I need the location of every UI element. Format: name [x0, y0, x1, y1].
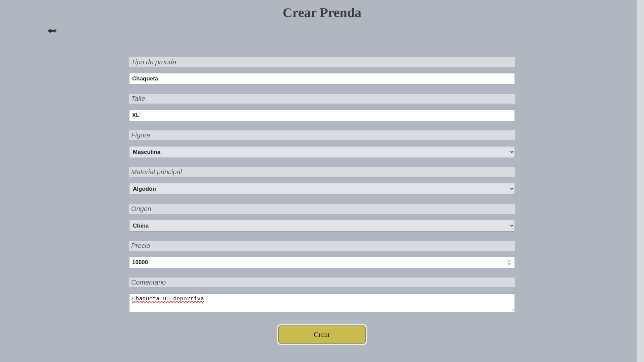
select-figura[interactable]: Masculina — [129, 146, 515, 158]
field-comentario: Comentario — [129, 278, 515, 312]
field-material: Material principal Algodón — [129, 167, 515, 195]
field-origen: Origen China — [129, 204, 515, 232]
label-tipo-prenda: Tipo de prenda — [129, 57, 515, 67]
label-talle: Talle — [129, 94, 515, 104]
input-tipo-prenda[interactable] — [129, 73, 515, 84]
page-title: Crear Prenda — [0, 0, 644, 20]
field-figura: Figura Masculina — [129, 130, 515, 158]
input-talle[interactable] — [129, 110, 515, 121]
svg-rect-1 — [55, 29, 56, 32]
textarea-comentario[interactable] — [129, 293, 515, 312]
select-origen[interactable]: China — [129, 220, 515, 232]
label-origen: Origen — [129, 204, 515, 214]
actions-row: Crear — [129, 325, 515, 344]
scrollbar-vertical[interactable] — [637, 0, 644, 362]
create-button[interactable]: Crear — [278, 325, 366, 344]
label-comentario: Comentario — [129, 278, 515, 287]
label-precio: Precio — [129, 241, 515, 251]
label-figura: Figura — [129, 130, 515, 140]
svg-rect-0 — [55, 29, 56, 32]
label-material: Material principal — [129, 167, 515, 177]
field-talle: Talle — [129, 94, 515, 121]
hand-point-left-icon[interactable] — [47, 27, 57, 35]
input-precio[interactable] — [129, 257, 515, 268]
create-garment-form: Tipo de prenda Talle Figura Masculina Ma… — [129, 57, 515, 312]
field-tipo-prenda: Tipo de prenda — [129, 57, 515, 84]
select-material[interactable]: Algodón — [129, 183, 515, 195]
field-precio: Precio — [129, 241, 515, 268]
page-root: Crear Prenda Tipo de prenda Talle Figura… — [0, 0, 644, 362]
